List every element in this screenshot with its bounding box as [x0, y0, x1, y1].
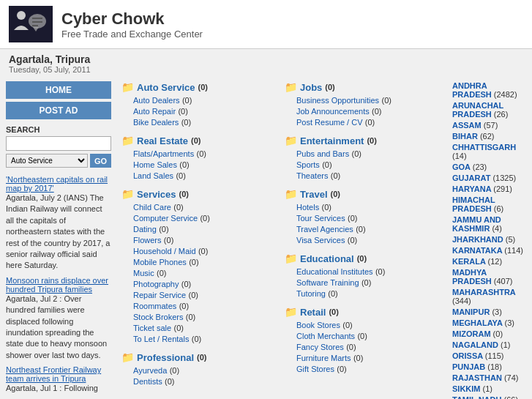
state-link[interactable]: PUNJAB (18): [452, 362, 502, 371]
category-link[interactable]: Travel: [300, 189, 328, 200]
state-link[interactable]: BIHAR (62): [452, 132, 494, 141]
news-headline-2[interactable]: Monsoon rains displace over hundred Trip…: [6, 276, 111, 294]
category-sublink[interactable]: Visa Services: [296, 236, 345, 245]
category-sublink[interactable]: To Let / Rentals: [133, 335, 189, 343]
category-sublink[interactable]: Household / Maid: [133, 247, 196, 256]
category-sublink[interactable]: Tour Services: [296, 214, 345, 223]
state-link[interactable]: GOA (23): [452, 163, 487, 171]
category-section: 📁Retail (0)Book Stores (0)Cloth Merchant…: [285, 306, 443, 374]
category-sublink[interactable]: Stock Brokers: [133, 313, 183, 321]
list-item: Child Care (0): [133, 202, 280, 212]
state-item: MEGHALAYA (3): [452, 318, 528, 327]
state-link[interactable]: NAGALAND (1): [452, 340, 510, 349]
state-count: (4): [492, 224, 501, 233]
category-sublink[interactable]: Hotels: [296, 203, 319, 212]
category-link[interactable]: Retail: [300, 307, 326, 318]
state-item: BIHAR (62): [452, 132, 528, 141]
state-link[interactable]: ANDHRA PRADESH (2482): [452, 81, 517, 99]
category-sublink[interactable]: Business Opportunities: [296, 96, 379, 105]
state-link[interactable]: SIKKIM (1): [452, 384, 492, 393]
state-link[interactable]: KERALA (12): [452, 257, 502, 266]
item-count: (0): [192, 335, 201, 343]
state-link[interactable]: MAHARASHTRA (344): [452, 288, 515, 305]
state-link[interactable]: ORISSA (115): [452, 351, 504, 360]
category-title: 📁Entertainment (0): [285, 135, 443, 146]
category-link[interactable]: Real Estate: [137, 135, 188, 146]
category-sublink[interactable]: Bike Dealers: [133, 118, 179, 127]
state-link[interactable]: MADHYA PRADESH (407): [452, 268, 513, 286]
category-link[interactable]: Jobs: [300, 82, 322, 93]
category-link[interactable]: Professional: [137, 352, 194, 363]
category-sublink[interactable]: Book Stores: [296, 321, 340, 329]
news-headline-3[interactable]: Northeast Frontier Railway team arrives …: [6, 365, 111, 383]
category-sublink[interactable]: Land Sales: [133, 171, 173, 180]
post-ad-button[interactable]: POST AD: [6, 102, 111, 119]
state-link[interactable]: HIMACHAL PRADESH (6): [452, 195, 503, 213]
category-sublink[interactable]: Auto Repair: [133, 107, 176, 116]
state-link[interactable]: KARNATAKA (114): [452, 246, 523, 255]
item-count: (0): [179, 302, 189, 310]
state-link[interactable]: RAJASTHAN (74): [452, 373, 518, 382]
state-item: PUNJAB (18): [452, 362, 528, 371]
category-select[interactable]: Auto Service: [6, 154, 88, 168]
category-sublink[interactable]: Flats/Apartments: [133, 149, 194, 158]
category-sublink[interactable]: Gift Stores: [296, 365, 334, 373]
category-sublink[interactable]: Dentists: [133, 377, 162, 386]
category-sublink[interactable]: Photography: [133, 280, 179, 288]
list-item: Music (0): [133, 268, 280, 278]
category-sublink[interactable]: Flowers: [133, 236, 162, 245]
category-sublink[interactable]: Auto Dealers: [133, 96, 180, 105]
state-link[interactable]: ARUNACHAL PRADESH (26): [452, 101, 508, 119]
list-item: Stock Brokers (0): [133, 312, 280, 322]
home-button[interactable]: HOME: [6, 81, 111, 99]
state-link[interactable]: JHARKHAND (5): [452, 235, 515, 244]
state-link[interactable]: HARYANA (291): [452, 184, 512, 193]
category-sublink[interactable]: Job Announcements: [296, 107, 370, 116]
state-link[interactable]: MANIPUR (3): [452, 307, 502, 316]
search-input[interactable]: [6, 136, 111, 151]
category-link[interactable]: Auto Service: [137, 82, 195, 93]
news-headline-1[interactable]: 'Northeastern capitals on rail map by 20…: [6, 175, 111, 193]
category-sublink[interactable]: Software Training: [296, 278, 359, 287]
list-item: To Let / Rentals (0): [133, 334, 280, 344]
category-sublink[interactable]: Computer Service: [133, 214, 198, 223]
category-sublink[interactable]: Sports: [296, 160, 320, 169]
news-item: 'Northeastern capitals on rail map by 20…: [6, 175, 111, 272]
category-link[interactable]: Educational: [300, 253, 354, 264]
category-sublink[interactable]: Ayurveda: [133, 366, 167, 375]
category-sublink[interactable]: Roommates: [133, 302, 176, 310]
category-link[interactable]: Services: [137, 189, 176, 200]
right-sidebar: ANDHRA PRADESH (2482)ARUNACHAL PRADESH (…: [448, 75, 532, 399]
category-sublink[interactable]: Travel Agencies: [296, 225, 353, 234]
category-sublink[interactable]: Home Sales: [133, 160, 177, 169]
category-sublink[interactable]: Tutoring: [296, 289, 326, 298]
category-sublink[interactable]: Dating: [133, 225, 157, 234]
state-link[interactable]: CHHATTISGARH (14): [452, 143, 516, 160]
state-link[interactable]: ASSAM (57): [452, 121, 498, 130]
category-sublink[interactable]: Ticket sale: [133, 324, 171, 332]
search-go-button[interactable]: GO: [90, 154, 111, 168]
site-title: Cyber Chowk Free Trade and Exchange Cent…: [61, 10, 203, 40]
search-label: SEARCH: [6, 125, 111, 134]
state-link[interactable]: GUJARAT (1325): [452, 174, 516, 182]
category-sublink[interactable]: Pubs and Bars: [296, 149, 349, 158]
state-item: MADHYA PRADESH (407): [452, 268, 528, 286]
category-sublink[interactable]: Mobile Phones: [133, 258, 187, 266]
category-sublink[interactable]: Music: [133, 269, 154, 277]
state-link[interactable]: JAMMU AND KASHMIR (4): [452, 215, 502, 233]
category-sublink[interactable]: Fancy Stores: [296, 343, 344, 351]
category-sublink[interactable]: Child Care: [133, 203, 171, 212]
item-count: (0): [372, 107, 381, 116]
list-item: Dating (0): [133, 224, 280, 234]
category-link[interactable]: Entertainment: [300, 135, 364, 146]
category-sublink[interactable]: Repair Service: [133, 291, 186, 299]
category-sublink[interactable]: Educational Institutes: [296, 267, 373, 276]
news-body-2: Agartala, Jul 2 : Over hundred families …: [6, 294, 111, 361]
state-link[interactable]: TAMIL NADU (66): [452, 395, 518, 399]
category-sublink[interactable]: Cloth Merchants: [296, 332, 355, 340]
state-link[interactable]: MEGHALAYA (3): [452, 318, 514, 327]
category-sublink[interactable]: Theaters: [296, 171, 328, 180]
category-sublink[interactable]: Post Resume / CV: [296, 118, 362, 127]
category-sublink[interactable]: Furniture Marts: [296, 354, 351, 362]
state-link[interactable]: MIZORAM (0): [452, 329, 503, 338]
